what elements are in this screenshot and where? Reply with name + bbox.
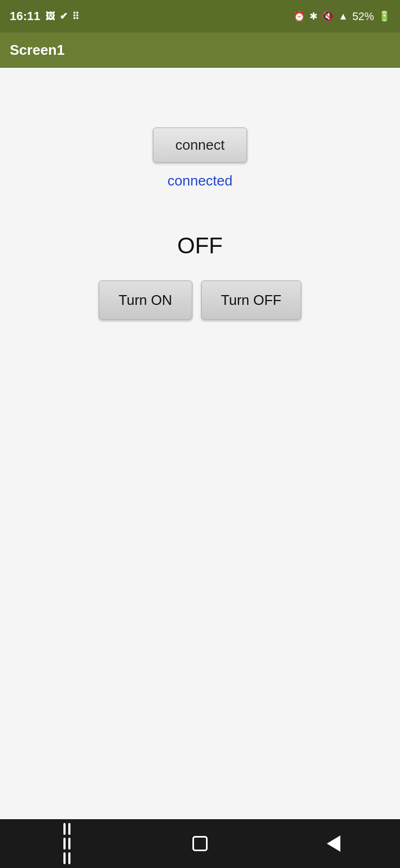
connected-label: connected	[167, 173, 233, 189]
battery-icon: 🔋	[378, 10, 390, 22]
connect-button[interactable]: connect	[153, 127, 247, 163]
control-buttons: Turn ON Turn OFF	[99, 280, 301, 320]
mute-icon: 🔇	[322, 10, 334, 22]
nav-bar	[0, 819, 400, 868]
title-bar: Screen1	[0, 33, 400, 68]
status-left: 16:11 🖼 ✔ ⠿	[10, 9, 79, 23]
home-button[interactable]	[184, 827, 216, 860]
alarm-icon: ⏰	[293, 10, 305, 22]
turn-off-button[interactable]: Turn OFF	[201, 280, 302, 320]
status-right: ⏰ ✱ 🔇 ▲ 52% 🔋	[293, 10, 390, 23]
status-icons-left: 🖼 ✔ ⠿	[46, 10, 79, 22]
main-content: connect connected OFF Turn ON Turn OFF	[0, 68, 400, 819]
bluetooth-icon: ✱	[309, 10, 318, 22]
status-bar: 16:11 🖼 ✔ ⠿ ⏰ ✱ 🔇 ▲ 52% 🔋	[0, 0, 400, 33]
status-label: OFF	[177, 233, 223, 259]
home-square-icon	[192, 836, 208, 851]
back-arrow-icon	[327, 835, 340, 852]
battery-level: 52%	[352, 10, 374, 23]
turn-on-button[interactable]: Turn ON	[99, 280, 192, 320]
screen-title: Screen1	[10, 42, 64, 59]
recent-apps-button[interactable]	[50, 827, 83, 860]
image-icon: 🖼	[46, 11, 55, 22]
mail-icon: ✔	[60, 10, 68, 22]
signal-icon: ▲	[338, 11, 348, 22]
status-time: 16:11	[10, 9, 40, 23]
back-button[interactable]	[317, 827, 350, 860]
grid-icon: ⠿	[72, 10, 79, 22]
